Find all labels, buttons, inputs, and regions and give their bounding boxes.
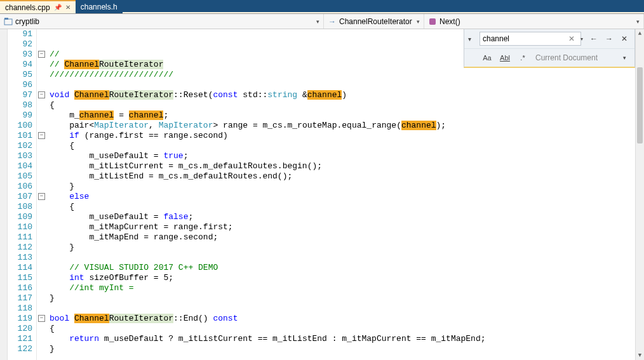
code-line[interactable]: } [47,344,635,354]
line-number: 95 [8,70,32,80]
find-scope-label: Current Document [535,53,598,62]
code-line[interactable]: { [47,100,635,110]
line-number: 120 [8,324,32,334]
code-line[interactable]: void ChannelRouteIterator::Reset(const s… [47,90,635,100]
line-number: 121 [8,334,32,344]
scope-class-label: ChannelRouteIterator [339,17,412,26]
regex-toggle[interactable]: .* [515,51,530,64]
code-line[interactable]: m_useDefault = false; [47,212,635,222]
line-number: 108 [8,202,32,212]
close-icon[interactable]: ✕ [65,4,70,11]
line-number: 104 [8,161,32,171]
code-line[interactable]: m_itListEnd = m_cs.m_defaultRoutes.end()… [47,171,635,182]
line-number: 93 [8,50,32,60]
code-line[interactable]: m_itMapEnd = range.second; [47,232,635,243]
fold-toggle[interactable]: − [38,315,45,322]
line-number: 96 [8,80,32,90]
chevron-down-icon[interactable]: ▾ [618,51,631,64]
line-number: 99 [8,110,32,121]
line-number: 109 [8,212,32,222]
margin-strip [0,29,8,360]
fold-gutter: −−−−− [37,29,47,360]
match-case-toggle[interactable]: Aa [480,51,495,64]
code-line[interactable] [47,303,635,314]
find-next-button[interactable]: → [603,32,615,45]
find-expand-toggle[interactable]: ▾ [468,36,477,43]
line-number: 122 [8,344,32,354]
line-number: 103 [8,151,32,161]
line-number: 117 [8,293,32,303]
tab-bar-empty [123,0,644,13]
code-line[interactable]: ///////////////////////// [47,70,635,80]
find-panel: ▾ ✕ ▾ ← → ✕ Aa Abl .* Current Document ▾ [464,29,635,68]
code-line[interactable]: int sizeOfBuffer = 5; [47,273,635,283]
chevron-down-icon: ▾ [316,18,319,25]
code-line[interactable]: m_itListCurrent = m_cs.m_defaultRoutes.b… [47,161,635,171]
code-line[interactable] [47,253,635,263]
line-number: 116 [8,283,32,293]
tab-label: channels.h [81,3,117,11]
scroll-up-icon[interactable]: ▲ [636,29,644,38]
find-close-button[interactable]: ✕ [618,32,631,45]
code-line[interactable]: // VISUAL STUDIO 2017 C++ DEMO [47,263,635,273]
code-line[interactable] [47,80,635,90]
scope-class-dropdown[interactable]: → ChannelRouteIterator ▾ [324,14,424,29]
line-number: 110 [8,222,32,232]
svg-rect-1 [4,18,8,20]
line-number: 118 [8,303,32,314]
tab-inactive[interactable]: channels.h [76,0,123,13]
svg-rect-0 [4,19,12,25]
code-line[interactable]: bool ChannelRouteIterator::End() const [47,314,635,324]
clear-icon[interactable]: ✕ [568,34,575,43]
code-line[interactable]: m_itMapCurrent = range.first; [47,222,635,232]
vertical-scrollbar[interactable]: ▲ ▼ [635,29,644,360]
line-number: 105 [8,171,32,182]
code-line[interactable]: } [47,243,635,253]
line-number: 111 [8,232,32,243]
line-number: 112 [8,243,32,253]
scrollbar-thumb[interactable] [637,67,643,143]
code-line[interactable]: pair<MapIterator, MapIterator> range = m… [47,121,635,131]
tab-label: channels.cpp [5,3,50,12]
code-line[interactable]: m_channel = channel; [47,110,635,121]
scroll-down-icon[interactable]: ▼ [636,351,644,360]
scope-project-label: cryptlib [15,17,39,26]
line-number: 91 [8,29,32,39]
find-input[interactable] [480,32,581,46]
method-icon [428,17,437,26]
line-number: 115 [8,273,32,283]
scope-member-dropdown[interactable]: Next() ▾ [424,14,644,29]
tab-active[interactable]: channels.cpp 📌 ✕ [0,0,76,13]
code-line[interactable]: if (range.first == range.second) [47,131,635,141]
code-line[interactable]: { [47,141,635,151]
find-prev-button[interactable]: ← [587,32,600,45]
scope-project-dropdown[interactable]: cryptlib ▾ [0,14,324,29]
code-line[interactable]: { [47,324,635,334]
chevron-down-icon[interactable]: ▾ [580,36,583,42]
code-line[interactable]: { [47,202,635,212]
find-scope-dropdown[interactable]: Current Document [533,52,615,63]
code-line[interactable]: return m_useDefault ? m_itListCurrent ==… [47,334,635,344]
code-line[interactable]: m_useDefault = true; [47,151,635,161]
code-line[interactable]: } [47,293,635,303]
fold-toggle[interactable]: − [38,51,45,58]
line-number: 94 [8,60,32,70]
code-area[interactable]: //// ChannelRouteIterator///////////////… [47,29,635,360]
scope-member-label: Next() [439,17,460,26]
line-number: 114 [8,263,32,273]
editor: 9192939495969798991001011021031041051061… [0,29,644,360]
line-number: 106 [8,182,32,192]
code-line[interactable]: else [47,192,635,202]
fold-toggle[interactable]: − [38,132,45,139]
code-line[interactable]: } [47,182,635,192]
match-word-toggle[interactable]: Abl [497,51,513,64]
fold-toggle[interactable]: − [38,91,45,98]
line-number: 101 [8,131,32,141]
line-number: 119 [8,314,32,324]
code-line[interactable]: //int myInt = [47,283,635,293]
project-icon [4,17,13,26]
line-number: 98 [8,100,32,110]
class-arrow-icon: → [328,17,337,26]
fold-toggle[interactable]: − [38,193,45,200]
pin-icon[interactable]: 📌 [54,4,62,11]
